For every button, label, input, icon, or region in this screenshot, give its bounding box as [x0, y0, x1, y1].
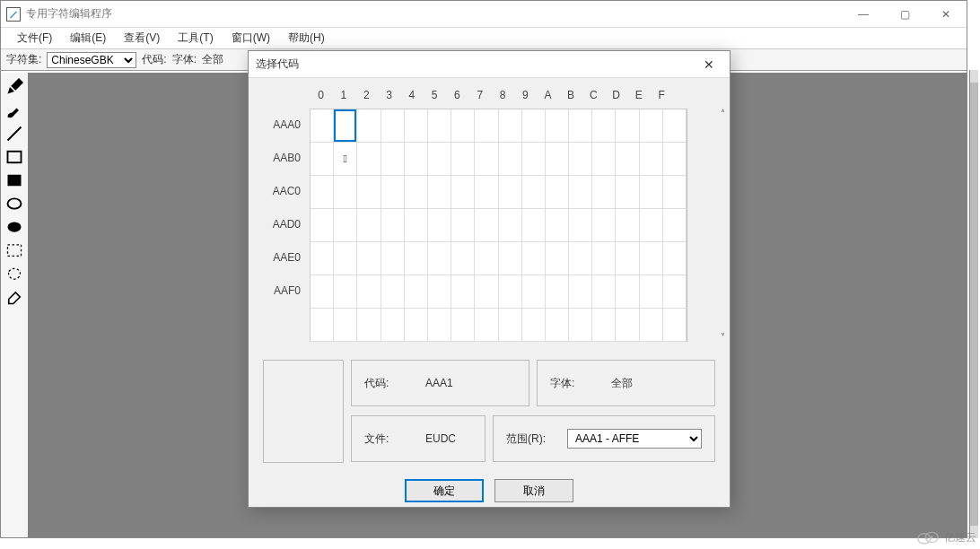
grid-cell[interactable]	[616, 309, 639, 342]
grid-cell[interactable]	[475, 309, 498, 342]
grid-cell[interactable]	[381, 275, 405, 309]
menu-view[interactable]: 查看(V)	[115, 30, 169, 46]
grid-cell[interactable]	[640, 309, 663, 342]
grid-cell[interactable]	[334, 275, 357, 309]
eraser-tool-icon[interactable]	[5, 288, 23, 306]
grid-cell[interactable]	[640, 242, 663, 275]
ellipse-tool-icon[interactable]	[5, 195, 23, 213]
grid-cell[interactable]	[569, 143, 592, 176]
grid-cell[interactable]	[663, 209, 687, 242]
charset-select[interactable]: ChineseGBK	[47, 52, 136, 68]
grid-cell[interactable]	[499, 275, 522, 309]
grid-cell[interactable]	[569, 242, 592, 275]
grid-cell[interactable]	[357, 209, 381, 242]
grid-cell[interactable]	[381, 176, 405, 209]
grid-cell[interactable]	[428, 109, 451, 143]
minimize-button[interactable]: —	[843, 1, 884, 27]
grid-cell[interactable]	[381, 143, 405, 176]
grid-cell[interactable]	[428, 176, 451, 209]
grid-cell[interactable]	[569, 309, 592, 342]
grid-cell[interactable]	[334, 309, 357, 342]
grid-cell[interactable]	[311, 242, 334, 275]
grid-cell[interactable]	[616, 275, 639, 309]
grid-cell[interactable]	[616, 143, 639, 176]
grid-cell[interactable]	[663, 275, 687, 309]
image-right-scrollbar[interactable]	[969, 70, 978, 538]
grid-cell[interactable]	[640, 143, 663, 176]
grid-cell[interactable]	[640, 275, 663, 309]
grid-cell[interactable]	[522, 143, 546, 176]
grid-cell[interactable]	[357, 309, 381, 342]
menu-help[interactable]: 帮助(H)	[279, 30, 334, 46]
menu-window[interactable]: 窗口(W)	[223, 30, 279, 46]
grid-cell[interactable]	[569, 275, 592, 309]
grid-cell[interactable]	[546, 176, 569, 209]
grid-cell[interactable]	[663, 143, 687, 176]
grid-cell[interactable]	[451, 275, 475, 309]
code-grid[interactable]: 𬀩	[310, 109, 687, 342]
grid-cell[interactable]	[475, 209, 498, 242]
grid-cell[interactable]	[451, 143, 475, 176]
grid-cell[interactable]	[640, 176, 663, 209]
grid-cell[interactable]	[405, 176, 428, 209]
grid-cell[interactable]	[522, 109, 546, 143]
grid-cell[interactable]	[451, 242, 475, 275]
grid-cell[interactable]	[381, 309, 405, 342]
grid-cell[interactable]	[428, 242, 451, 275]
grid-cell[interactable]	[499, 176, 522, 209]
grid-cell[interactable]	[546, 242, 569, 275]
grid-cell[interactable]	[616, 209, 639, 242]
pencil-tool-icon[interactable]	[5, 78, 23, 96]
grid-cell[interactable]	[592, 309, 616, 342]
grid-cell[interactable]	[499, 242, 522, 275]
grid-cell[interactable]	[405, 143, 428, 176]
grid-cell[interactable]	[451, 176, 475, 209]
grid-cell[interactable]	[405, 209, 428, 242]
grid-cell[interactable]	[616, 109, 639, 143]
grid-cell[interactable]	[640, 109, 663, 143]
grid-cell[interactable]	[357, 109, 381, 143]
grid-cell[interactable]	[592, 176, 616, 209]
grid-cell[interactable]	[640, 209, 663, 242]
grid-cell[interactable]	[475, 275, 498, 309]
grid-cell[interactable]	[546, 309, 569, 342]
grid-cell[interactable]	[592, 275, 616, 309]
menu-file[interactable]: 文件(F)	[8, 30, 61, 46]
grid-cell[interactable]	[663, 109, 687, 143]
menu-edit[interactable]: 编辑(E)	[61, 30, 115, 46]
grid-cell[interactable]	[569, 109, 592, 143]
grid-scrollbar[interactable]: ˄ ˅	[715, 109, 730, 342]
maximize-button[interactable]: ▢	[884, 1, 925, 27]
grid-cell[interactable]	[405, 242, 428, 275]
freeform-select-tool-icon[interactable]	[5, 265, 23, 283]
dotted-select-tool-icon[interactable]	[5, 241, 23, 259]
grid-cell[interactable]	[522, 275, 546, 309]
grid-cell[interactable]	[405, 309, 428, 342]
grid-cell[interactable]	[311, 209, 334, 242]
close-button[interactable]: ✕	[925, 1, 967, 27]
line-tool-icon[interactable]	[5, 125, 23, 143]
grid-cell[interactable]	[569, 209, 592, 242]
grid-cell[interactable]	[475, 176, 498, 209]
cancel-button[interactable]: 取消	[494, 479, 573, 502]
grid-cell[interactable]	[522, 309, 546, 342]
grid-cell[interactable]	[546, 209, 569, 242]
grid-cell[interactable]	[334, 242, 357, 275]
grid-cell[interactable]	[592, 209, 616, 242]
grid-cell[interactable]	[499, 143, 522, 176]
grid-cell[interactable]	[592, 109, 616, 143]
grid-cell[interactable]	[311, 109, 334, 143]
grid-cell[interactable]	[569, 176, 592, 209]
grid-cell[interactable]	[428, 275, 451, 309]
grid-cell[interactable]	[616, 242, 639, 275]
grid-cell[interactable]	[334, 109, 357, 143]
grid-cell[interactable]	[663, 242, 687, 275]
grid-cell[interactable]	[546, 275, 569, 309]
grid-cell[interactable]	[405, 109, 428, 143]
grid-cell[interactable]	[357, 176, 381, 209]
filled-ellipse-tool-icon[interactable]	[5, 218, 23, 236]
grid-cell[interactable]	[546, 109, 569, 143]
grid-cell[interactable]	[428, 209, 451, 242]
grid-cell[interactable]	[451, 109, 475, 143]
grid-cell[interactable]	[381, 242, 405, 275]
